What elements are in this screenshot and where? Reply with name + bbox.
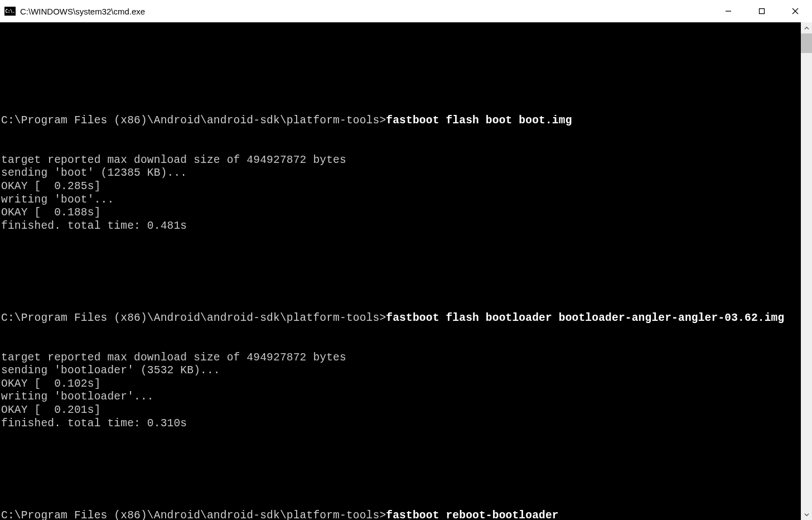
svg-rect-1	[760, 9, 765, 14]
window-titlebar[interactable]: C:\. C:\WINDOWS\system32\cmd.exe	[0, 0, 812, 22]
prompt: C:\Program Files (x86)\Android\android-s…	[1, 509, 386, 520]
window-title: C:\WINDOWS\system32\cmd.exe	[20, 7, 712, 16]
chevron-up-icon	[804, 26, 809, 31]
command-line: C:\Program Files (x86)\Android\android-s…	[1, 114, 800, 128]
output-text: target reported max download size of 494…	[1, 154, 800, 233]
maximize-button[interactable]	[745, 0, 779, 22]
output-text: target reported max download size of 494…	[1, 352, 800, 431]
command-text: fastboot flash bootloader bootloader-ang…	[386, 312, 784, 324]
blank-separator	[1, 456, 800, 470]
command-line: C:\Program Files (x86)\Android\android-s…	[1, 312, 800, 325]
cmd-icon: C:\.	[4, 7, 16, 16]
command-text: fastboot flash boot boot.img	[386, 114, 572, 127]
command-line: C:\Program Files (x86)\Android\android-s…	[1, 509, 800, 520]
cmd-icon-label: C:\.	[5, 9, 14, 14]
scroll-track[interactable]	[801, 33, 812, 509]
maximize-icon	[758, 8, 765, 15]
close-icon	[792, 8, 799, 15]
blank-separator	[1, 259, 800, 273]
vertical-scrollbar[interactable]	[801, 22, 812, 520]
minimize-icon	[725, 8, 732, 15]
scroll-thumb[interactable]	[801, 33, 812, 53]
leading-blank	[1, 49, 800, 75]
scroll-down-button[interactable]	[801, 509, 812, 520]
minimize-button[interactable]	[712, 0, 745, 22]
close-button[interactable]	[779, 0, 812, 22]
terminal-output[interactable]: C:\Program Files (x86)\Android\android-s…	[0, 22, 801, 520]
terminal-wrapper: C:\Program Files (x86)\Android\android-s…	[0, 22, 812, 520]
prompt: C:\Program Files (x86)\Android\android-s…	[1, 114, 386, 127]
scroll-up-button[interactable]	[801, 22, 812, 33]
window-controls	[712, 0, 812, 22]
prompt: C:\Program Files (x86)\Android\android-s…	[1, 312, 386, 324]
command-text: fastboot reboot-bootloader	[386, 509, 558, 520]
chevron-down-icon	[804, 512, 809, 517]
